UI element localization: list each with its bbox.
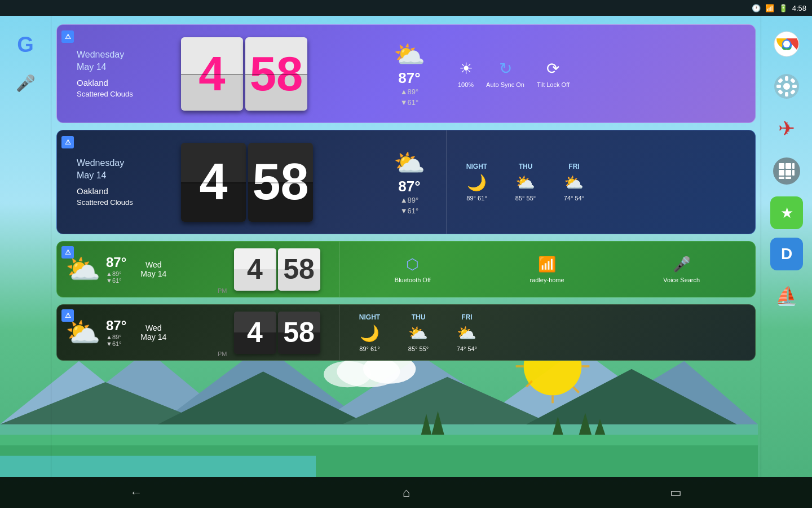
svg-rect-37 <box>785 76 788 81</box>
app-grid[interactable] <box>770 154 804 188</box>
widget4-datenum: May 14 <box>140 332 166 341</box>
widget4-low: ▼61° <box>106 340 126 347</box>
widget4-digits: 4 58 <box>234 312 320 354</box>
forecast4-night: NIGHT 🌙 89° 61° <box>359 313 380 352</box>
svg-rect-39 <box>776 85 781 88</box>
weather-widget-1: ⚠ Wednesday May 14 Oakland Scattered Clo… <box>56 24 756 123</box>
forecast4-thu: THU ⛅ 85° 55° <box>408 313 429 352</box>
forecast2-night: NIGHT 🌙 89° 61° <box>466 163 487 202</box>
tilt-label: Tilt Lock Off <box>537 81 570 88</box>
widget2-condition: Scattered Clouds <box>77 198 173 207</box>
back-button[interactable]: ← <box>113 481 160 505</box>
widget3-wifi-label: radley-home <box>530 277 564 283</box>
svg-rect-38 <box>785 92 788 97</box>
forecast2-night-temps: 89° 61° <box>466 195 487 202</box>
control-brightness[interactable]: ☀ 100% <box>458 59 474 88</box>
widget1-temp: 87° <box>398 69 420 87</box>
app-boat[interactable]: ⛵ <box>770 279 804 313</box>
widget2-low: ▼61° <box>400 206 419 216</box>
status-time: 4:58 <box>792 4 806 12</box>
forecast4-fri-label: FRI <box>461 313 472 321</box>
widget4-clock: PM 4 58 <box>215 305 339 360</box>
widget2-clock: PM 4 58 <box>181 130 373 234</box>
widget4-min: 58 <box>278 312 320 354</box>
widget4-date: Wed May 14 <box>140 323 166 341</box>
brightness-label: 100% <box>458 81 474 88</box>
forecast4-night-label: NIGHT <box>359 313 380 321</box>
widget3-temp: 87° <box>106 255 126 270</box>
forecast4-thu-icon: ⛅ <box>408 324 428 343</box>
mic-icon[interactable]: 🎤 <box>16 74 36 93</box>
control-tilt[interactable]: ⟳ Tilt Lock Off <box>537 59 570 88</box>
app-star[interactable]: ★ <box>770 196 803 229</box>
widget1-low: ▼61° <box>400 98 419 108</box>
google-search-icon[interactable]: G <box>17 33 34 57</box>
svg-rect-50 <box>785 170 791 176</box>
app-dictionary[interactable]: D <box>770 238 803 270</box>
app-chrome[interactable] <box>770 27 804 61</box>
control-sync[interactable]: ↻ Auto Sync On <box>486 59 524 88</box>
widget2-weather-icon: ⛅ <box>394 148 425 178</box>
forecast2-thu: THU ⛅ 85° 55° <box>515 163 536 202</box>
weather-widget-4: ⚠ ⛅ 87° ▲89° ▼61° Wed May 14 PM 4 58 <box>56 304 756 361</box>
widget3-wifi[interactable]: 📶 radley-home <box>530 256 564 283</box>
forecast2-night-icon: 🌙 <box>467 173 487 192</box>
widget4-temp-info: 87° ▲89° ▼61° <box>106 318 126 347</box>
widget3-clock: PM 4 58 <box>215 242 339 297</box>
alert-badge-1[interactable]: ⚠ <box>61 30 74 43</box>
widget2-date: May 14 <box>77 170 173 181</box>
recent-button[interactable]: ▭ <box>653 481 699 505</box>
app-plane[interactable]: ✈ <box>770 112 804 146</box>
wifi-icon: 📶 <box>765 4 774 12</box>
svg-rect-47 <box>785 163 791 169</box>
widget2-city: Oakland <box>77 186 173 196</box>
widget1-day: Wednesday <box>77 50 173 60</box>
svg-rect-46 <box>779 163 784 169</box>
forecast4-thu-temps: 85° 55° <box>408 345 429 352</box>
widget3-day: Wed <box>145 260 162 269</box>
weather-widget-2: ⚠ Wednesday May 14 Oakland Scattered Clo… <box>56 130 756 234</box>
widget3-date: Wed May 14 <box>140 260 166 278</box>
widget4-day: Wed <box>145 323 162 332</box>
svg-rect-52 <box>779 177 784 179</box>
alert-badge-2[interactable]: ⚠ <box>61 136 74 148</box>
widget3-left: ⛅ 87° ▲89° ▼61° Wed May 14 <box>57 242 215 297</box>
alert-badge-4[interactable]: ⚠ <box>61 309 74 322</box>
widget2-day: Wednesday <box>77 158 173 168</box>
svg-point-34 <box>783 41 790 47</box>
widget2-info: Wednesday May 14 Oakland Scattered Cloud… <box>57 130 181 234</box>
widget1-weather: ⛅ 87° ▲89° ▼61° <box>373 25 446 122</box>
left-divider <box>51 16 51 477</box>
widget3-bluetooth[interactable]: ⬡ Bluetooth Off <box>395 256 431 283</box>
alert-badge-3[interactable]: ⚠ <box>61 246 74 259</box>
widget2-temp-range: ▲89° ▼61° <box>400 195 419 216</box>
widget1-info: Wednesday May 14 Oakland Scattered Cloud… <box>57 25 181 122</box>
widget4-ampm: PM <box>218 351 227 357</box>
forecast2-fri: FRI ⛅ 74° 54° <box>564 163 584 202</box>
app-settings[interactable] <box>770 69 804 103</box>
forecast4-fri-icon: ⛅ <box>457 324 476 343</box>
widget3-low: ▼61° <box>106 277 126 284</box>
forecast4-night-icon: 🌙 <box>360 324 379 343</box>
widget3-ampm: PM <box>218 287 227 294</box>
svg-rect-48 <box>792 163 795 169</box>
widget2-min: 58 <box>248 143 313 222</box>
widget4-hour: 4 <box>234 312 276 354</box>
forecast4-night-temps: 89° 61° <box>359 345 379 352</box>
widget1-weather-icon: ⛅ <box>394 40 425 69</box>
widget3-datenum: May 14 <box>140 269 166 278</box>
forecast2-thu-icon: ⛅ <box>515 173 535 192</box>
forecast4-thu-label: THU <box>412 313 426 321</box>
widget4-temp: 87° <box>106 318 126 334</box>
widget4-forecast: NIGHT 🌙 89° 61° THU ⛅ 85° 55° FRI ⛅ 74° … <box>339 305 497 360</box>
svg-rect-40 <box>792 85 797 88</box>
widget3-temp-info: 87° ▲89° ▼61° <box>106 255 126 284</box>
left-sidebar: G 🎤 <box>0 16 51 477</box>
forecast4-fri: FRI ⛅ 74° 54° <box>457 313 477 352</box>
forecast2-night-label: NIGHT <box>466 163 487 170</box>
widget3-voice[interactable]: 🎤 Voice Search <box>663 256 700 283</box>
widget2-clock-digits: 4 58 <box>181 143 313 222</box>
sync-label: Auto Sync On <box>486 81 524 88</box>
home-button[interactable]: ⌂ <box>386 481 427 505</box>
widget3-voice-label: Voice Search <box>663 277 700 283</box>
